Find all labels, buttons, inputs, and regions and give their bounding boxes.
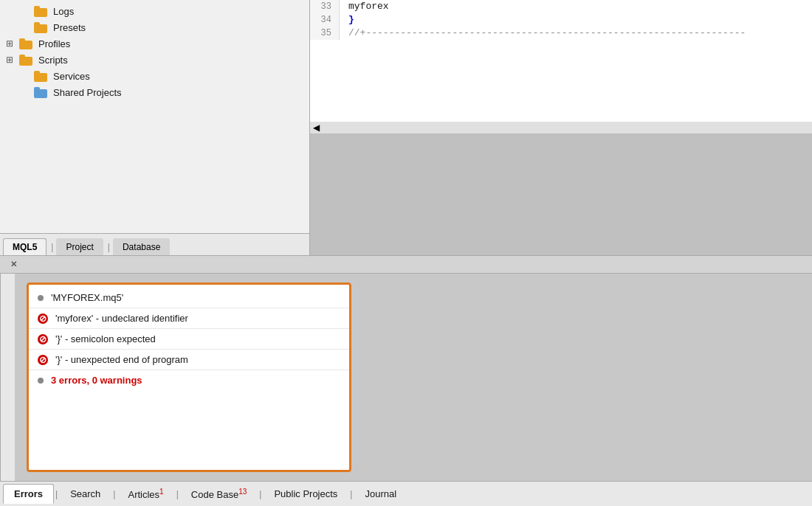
sidebar-tab-database[interactable]: Database	[113, 238, 170, 255]
code-line-33: 33 myforex	[310, 0, 812, 13]
tree-label-presets: Presets	[53, 22, 86, 33]
tab-label-journal: Journal	[365, 488, 396, 499]
code-line-35: 35//+-----------------------------------…	[310, 27, 812, 40]
sidebar-tree-item-services[interactable]: Services	[0, 68, 309, 84]
tab-label-errors: Errors	[14, 488, 43, 499]
sidebar-tree-item-logs[interactable]: Logs	[0, 3, 309, 19]
sidebar-tabs: MQL5|Project|Database	[0, 233, 309, 255]
line-number: 34	[310, 13, 340, 27]
right-gray-area	[363, 274, 812, 481]
tree-label-profiles: Profiles	[38, 38, 70, 49]
bottom-tab-code-base[interactable]: Code Base13	[180, 483, 258, 505]
bottom-tab-search[interactable]: Search	[59, 484, 111, 504]
bottom-tab-journal[interactable]: Journal	[354, 484, 407, 504]
error-stop-icon: ⊘	[38, 355, 48, 365]
error-item-error-1: ⊘'myforex' - undeclared identifier	[29, 308, 349, 329]
bottom-tab-separator: |	[175, 489, 180, 499]
close-button[interactable]: ✕	[6, 258, 21, 271]
error-item-summary: 3 errors, 0 warnings	[29, 370, 349, 390]
tree-label-shared-projects: Shared Projects	[53, 87, 122, 98]
bottom-tab-separator: |	[348, 489, 354, 499]
error-list: 'MYFOREX.mq5'⊘'myforex' - undeclared ide…	[27, 283, 351, 472]
line-content: myforex	[340, 0, 389, 13]
error-item-error-3: ⊘'}' - unexpected end of program	[29, 350, 349, 370]
error-stop-icon: ⊘	[38, 334, 48, 344]
main-area: LogsPresets⊞Profiles⊞ScriptsServicesShar…	[0, 0, 812, 255]
bottom-tab-articles[interactable]: Articles1	[117, 483, 174, 505]
line-content: //+-------------------------------------…	[340, 27, 746, 40]
error-dot-icon	[38, 295, 44, 301]
tab-badge-code-base: 13	[238, 488, 247, 496]
error-message-file-ref: 'MYFOREX.mq5'	[51, 292, 123, 303]
toolbox-label[interactable]	[0, 274, 15, 481]
folder-icon-services	[34, 70, 49, 82]
folder-icon-profiles	[19, 38, 34, 49]
tab-label-articles: Articles	[128, 489, 159, 500]
bottom-tab-public-projects[interactable]: Public Projects	[263, 484, 348, 504]
bottom-tab-separator: |	[54, 489, 59, 499]
sidebar-tree-item-shared-projects[interactable]: Shared Projects	[0, 84, 309, 100]
tab-label-search: Search	[70, 488, 100, 499]
line-number: 35	[310, 27, 340, 40]
error-message-error-1: 'myforex' - undeclared identifier	[55, 313, 188, 324]
line-number: 33	[310, 0, 340, 13]
sidebar-tab-project[interactable]: Project	[56, 238, 103, 255]
tree-label-services: Services	[53, 71, 90, 82]
tree-label-logs: Logs	[53, 6, 74, 17]
error-stop-icon: ⊘	[38, 313, 48, 324]
sidebar: LogsPresets⊞Profiles⊞ScriptsServicesShar…	[0, 0, 310, 255]
bottom-content: 'MYFOREX.mq5'⊘'myforex' - undeclared ide…	[0, 274, 812, 481]
tree-label-scripts: Scripts	[38, 55, 68, 66]
folder-icon-presets	[34, 21, 49, 33]
tab-separator: |	[105, 239, 113, 255]
bottom-tab-errors[interactable]: Errors	[3, 484, 54, 504]
bottom-tabs: Errors|Search|Articles1|Code Base13|Publ…	[0, 481, 812, 506]
sidebar-tab-mql5[interactable]: MQL5	[3, 238, 47, 255]
error-message-error-2: '}' - semicolon expected	[55, 333, 156, 344]
bottom-tab-separator: |	[258, 489, 263, 499]
sidebar-tree-item-scripts[interactable]: ⊞Scripts	[0, 52, 309, 68]
folder-icon-scripts	[19, 54, 34, 66]
editor-area: 33 myforex34}35//+----------------------…	[310, 0, 812, 255]
bottom-panel: ✕ 'MYFOREX.mq5'⊘'myforex' - undeclared i…	[0, 255, 812, 506]
gray-panel	[310, 134, 812, 256]
error-item-error-2: ⊘'}' - semicolon expected	[29, 329, 349, 350]
scroll-left-indicator[interactable]: ◀	[310, 122, 812, 134]
tab-badge-articles: 1	[159, 488, 164, 496]
error-dot-icon	[38, 378, 44, 384]
panel-description-header	[21, 263, 33, 266]
code-editor: 33 myforex34}35//+----------------------…	[310, 0, 812, 122]
sidebar-tree-item-presets[interactable]: Presets	[0, 19, 309, 35]
tab-separator: |	[48, 239, 56, 255]
code-brace: }	[348, 14, 354, 25]
bottom-tab-separator: |	[111, 489, 117, 499]
code-comment-text: //+-------------------------------------…	[348, 27, 746, 38]
folder-icon-shared-projects	[34, 86, 49, 98]
sidebar-tree-item-profiles[interactable]: ⊞Profiles	[0, 35, 309, 52]
code-line-34: 34}	[310, 13, 812, 27]
line-content: }	[340, 13, 354, 27]
error-message-summary: 3 errors, 0 warnings	[51, 375, 142, 386]
tab-label-public-projects: Public Projects	[274, 488, 337, 499]
expander-icon[interactable]: ⊞	[6, 55, 18, 65]
expander-icon[interactable]: ⊞	[6, 38, 18, 49]
tree-area: LogsPresets⊞Profiles⊞ScriptsServicesShar…	[0, 0, 309, 233]
tab-label-code-base: Code Base	[191, 489, 238, 500]
error-item-file-ref: 'MYFOREX.mq5'	[29, 288, 349, 308]
error-message-error-3: '}' - unexpected end of program	[55, 354, 188, 365]
folder-icon-logs	[34, 5, 49, 17]
